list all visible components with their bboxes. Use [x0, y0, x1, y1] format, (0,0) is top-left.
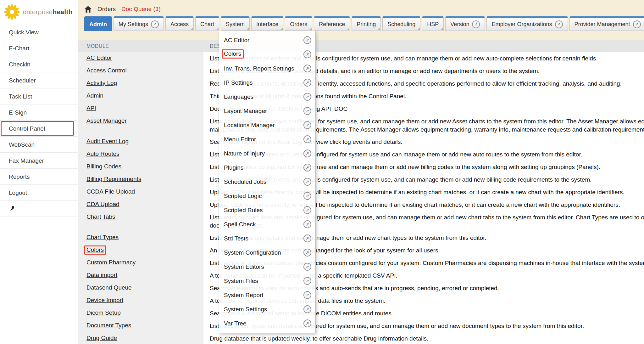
system-menu-item[interactable]: Nature of Injury ↗ [219, 146, 315, 161]
tab[interactable]: HSP ↗ [422, 16, 444, 31]
open-in-new-icon[interactable]: ↗ [303, 249, 311, 257]
sidebar-item[interactable]: Reports [0, 169, 78, 185]
module-link[interactable]: Device Import [86, 297, 123, 303]
open-in-new-icon[interactable]: ↗ [303, 178, 311, 186]
system-menu-item[interactable]: Spell Check ↗ [219, 217, 315, 231]
table-row: Custom Pharmacy Lists active and inactiv… [78, 257, 644, 269]
system-menu-item[interactable]: Inv. Trans. Report Settings ↗ [219, 61, 315, 76]
table-header: MODULE DESCRIPTION [78, 40, 644, 52]
sidebar-item[interactable]: Task List [0, 88, 78, 104]
system-menu-item[interactable]: Scripted Rules ↗ [219, 203, 315, 217]
module-link[interactable]: API [86, 105, 96, 111]
tab[interactable]: Chart ↗ [195, 16, 219, 31]
system-menu-item[interactable]: Var Tree ↗ [219, 316, 315, 330]
tab[interactable]: Orders ↗ [285, 16, 312, 31]
sidebar-item[interactable]: Control Panel [0, 121, 78, 137]
module-link[interactable]: AC Editor [86, 54, 112, 61]
tab[interactable]: Printing ↗ [352, 16, 381, 31]
system-menu-item[interactable]: System Editors ↗ [219, 260, 315, 274]
system-menu-item[interactable]: System Files ↗ [219, 274, 315, 288]
home-icon[interactable] [84, 6, 92, 13]
open-in-new-icon[interactable]: ↗ [303, 36, 311, 44]
tab-label: Orders [290, 21, 307, 28]
open-in-new-icon[interactable]: ↗ [303, 234, 311, 242]
sidebar-item[interactable]: Checkin [0, 56, 78, 72]
tab[interactable]: Scheduling ↗ [382, 16, 420, 31]
open-in-new-icon[interactable]: ↗ [303, 107, 311, 115]
open-in-new-icon[interactable]: ↗ [303, 305, 311, 313]
system-menu-item[interactable]: Menu Editor ↗ [219, 132, 315, 146]
open-in-new-icon[interactable]: ↗ [303, 149, 311, 157]
system-menu-item[interactable]: IP Settings ↗ [219, 76, 315, 90]
module-link[interactable]: Datasend Queue [86, 284, 132, 291]
open-in-new-icon[interactable]: ↗ [303, 65, 311, 72]
tab[interactable]: Provider Management ↗ [569, 16, 644, 31]
system-menu-item[interactable]: Scheduled Jobs ↗ [219, 175, 315, 189]
module-link[interactable]: Custom Pharmacy [86, 259, 136, 266]
module-link[interactable]: Admin [86, 92, 103, 99]
system-menu-item[interactable]: Colors ↗ [219, 47, 315, 61]
module-link[interactable]: Dicom Setup [86, 309, 121, 316]
doc-queue-count-badge: (3) [153, 6, 160, 12]
system-menu-item[interactable]: AC Editor ↗ [219, 33, 315, 47]
tab[interactable]: Access ↗ [165, 16, 194, 31]
system-menu-item[interactable]: System Configuration ↗ [219, 245, 315, 260]
sidebar-item[interactable]: E-Chart [0, 40, 78, 56]
breadcrumb-doc-queue[interactable]: Doc Queue (3) [121, 6, 161, 13]
pin-icon[interactable] [9, 206, 15, 212]
tab[interactable]: Employer Organizations ↗ [486, 16, 568, 31]
open-in-new-icon[interactable]: ↗ [303, 164, 311, 172]
tab[interactable]: System ↗ [221, 16, 250, 31]
open-in-new-icon[interactable]: ↗ [303, 220, 311, 228]
module-link[interactable]: Access Control [86, 67, 127, 74]
module-link[interactable]: Audit Event Log [86, 138, 129, 144]
system-menu-item[interactable]: System Settings ↗ [219, 302, 315, 316]
module-cell: Billing Requirements [78, 173, 203, 186]
tab[interactable]: Reference ↗ [314, 16, 350, 31]
module-link[interactable]: Billing Codes [86, 163, 121, 170]
module-link[interactable]: Data import [86, 272, 117, 278]
sidebar-item[interactable]: Logout [0, 185, 78, 201]
system-menu-item[interactable]: Scripted Logic ↗ [219, 189, 315, 203]
system-menu-item[interactable]: Std Tests ↗ [219, 231, 315, 245]
open-in-new-icon[interactable]: ↗ [303, 319, 311, 327]
open-in-new-icon[interactable]: ↗ [303, 206, 311, 214]
system-menu-item[interactable]: Layout Manager ↗ [219, 104, 315, 118]
sidebar-item[interactable]: Scheduler [0, 72, 78, 88]
module-link[interactable]: CCDA File Upload [86, 188, 135, 195]
sidebar-item[interactable]: WebScan [0, 137, 78, 153]
module-link[interactable]: Colors [86, 246, 104, 253]
tab[interactable]: Interface ↗ [251, 16, 283, 31]
tab[interactable]: My Settings ↗ [114, 16, 164, 31]
open-in-new-icon[interactable]: ↗ [303, 263, 311, 271]
module-link[interactable]: Document Types [86, 322, 131, 329]
module-link[interactable]: Chart Tabs [86, 213, 115, 220]
tab[interactable]: Version ↗ [445, 16, 485, 31]
tab[interactable]: Admin ↗ [84, 16, 112, 31]
sidebar-item[interactable]: E-Sign [0, 104, 78, 121]
open-in-new-icon[interactable]: ↗ [303, 135, 311, 143]
module-link[interactable]: Chart Types [86, 234, 119, 240]
open-in-new-icon[interactable]: ↗ [303, 291, 311, 299]
module-link[interactable]: Drug Guide [86, 335, 117, 341]
system-menu-item[interactable]: Languages ↗ [219, 90, 315, 104]
open-in-new-icon[interactable]: ↗ [303, 121, 311, 129]
system-menu-item[interactable]: Locations Manager ↗ [219, 118, 315, 132]
module-link[interactable]: Auto Routes [86, 150, 119, 157]
module-cell: CDA Upload [78, 199, 203, 211]
system-menu-item[interactable]: System Report ↗ [219, 288, 315, 302]
open-in-new-icon[interactable]: ↗ [303, 277, 311, 285]
open-in-new-icon[interactable]: ↗ [303, 79, 311, 87]
sidebar-item[interactable]: Fax Manager [0, 153, 78, 169]
module-link[interactable]: Activity Log [86, 80, 117, 86]
breadcrumb-orders[interactable]: Orders [97, 6, 116, 13]
open-in-new-icon[interactable]: ↗ [303, 192, 311, 200]
module-link[interactable]: Billing Requirements [86, 176, 141, 182]
open-in-new-icon[interactable]: ↗ [303, 93, 311, 101]
open-in-new-icon[interactable]: ↗ [303, 50, 311, 58]
system-menu-item[interactable]: Plugins ↗ [219, 161, 315, 175]
module-link[interactable]: CDA Upload [86, 201, 119, 207]
open-in-new-icon: ↗ [633, 20, 641, 28]
sidebar-item[interactable]: Quick View [0, 24, 78, 40]
module-link[interactable]: Asset Manager [86, 117, 127, 124]
